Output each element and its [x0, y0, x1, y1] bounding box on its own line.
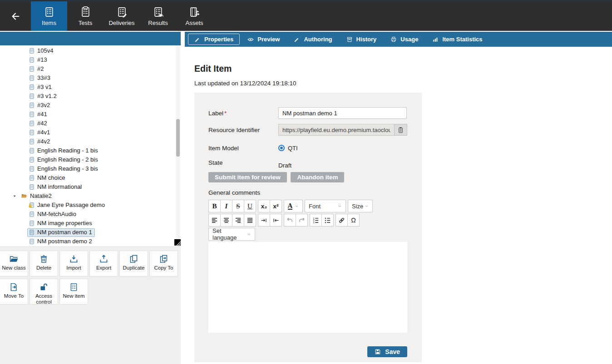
back-button[interactable] — [0, 1, 31, 31]
tree-scrollbar-thumb[interactable] — [176, 119, 180, 157]
tree-node-english-reading-3-bis[interactable]: English Reading - 3 bis — [0, 164, 181, 173]
editor-toolbar-group: Ω — [336, 214, 360, 226]
resource-identifier-label: Resource Identifier — [208, 127, 278, 133]
outdent-icon[interactable] — [270, 214, 282, 226]
tree-node-nm-choice[interactable]: NM choice — [0, 173, 181, 182]
resource-identifier-input — [278, 124, 394, 136]
tree-node-nm-informational[interactable]: NM informational — [0, 182, 181, 192]
tree-node-content: #3 v1 — [27, 83, 54, 92]
chevron-down-icon — [365, 204, 369, 208]
main-content: Edit Item Last updated on 13/12/2024 19:… — [185, 47, 612, 364]
tree-node-label: NM informational — [37, 182, 82, 192]
access-control-button[interactable]: Access control — [30, 279, 58, 305]
export-button[interactable]: Export — [89, 251, 118, 276]
dropdown-label: Set language — [212, 227, 247, 241]
abandon-item-button[interactable]: Abandon item — [291, 172, 344, 182]
undo-icon[interactable] — [284, 214, 296, 226]
glyph: B — [212, 202, 217, 210]
tab-properties[interactable]: Properties — [188, 34, 240, 45]
tree-node-jane-eyre-passage-demo[interactable]: Jane Eyre Passage demo — [0, 201, 181, 210]
tab-preview[interactable]: Preview — [241, 34, 286, 45]
tree-node-english-reading-2-bis[interactable]: English Reading - 2 bis — [0, 155, 181, 164]
tree-node-105v4[interactable]: 105v4 — [0, 46, 181, 55]
tree-folder-natalie2[interactable]: Natalie2 — [0, 192, 181, 201]
tree-node-33-3[interactable]: 33#3 — [0, 74, 181, 83]
pencil-icon — [194, 36, 201, 43]
indent-icon[interactable] — [258, 214, 270, 226]
top-tab-items[interactable]: Items — [31, 1, 67, 31]
tab-label: Preview — [257, 36, 280, 43]
underline-icon[interactable]: U — [244, 200, 256, 212]
strikethrough-icon[interactable]: S — [232, 200, 244, 212]
item-icon — [29, 66, 35, 72]
new-item-button[interactable]: New item — [59, 279, 88, 305]
qti-radio[interactable] — [278, 145, 285, 151]
tree-resize-handle[interactable] — [174, 239, 181, 246]
top-tab-assets[interactable]: Assets — [176, 1, 212, 31]
tree-node-content: NM choice — [27, 174, 68, 182]
glyph: U — [247, 202, 252, 210]
align-center-icon[interactable] — [220, 214, 232, 226]
tree-node-nm-postman-demo-2[interactable]: NM postman demo 2 — [0, 237, 181, 246]
superscript-icon[interactable]: x² — [270, 200, 282, 212]
tab-usage[interactable]: Usage — [384, 34, 424, 45]
item-icon — [29, 84, 35, 90]
import-icon — [69, 254, 79, 264]
tree-node-4v2[interactable]: #4v2 — [0, 137, 181, 146]
copy-to-button[interactable]: Copy To — [149, 251, 178, 276]
editor-toolbar-row: BISUx₂x²AFontSize — [208, 200, 407, 212]
font-dropdown[interactable]: Font — [305, 200, 346, 212]
tree-node-label: #4v1 — [37, 128, 50, 137]
submit-item-for-review-button[interactable]: Submit item for review — [208, 172, 287, 182]
top-tab-tests[interactable]: Tests — [67, 1, 104, 31]
item-icon — [29, 138, 35, 145]
edit-item-form: Label* Resource Identifier Item Model QT… — [194, 93, 422, 362]
bold-icon[interactable]: B — [208, 200, 221, 212]
subscript-icon[interactable]: x₂ — [258, 200, 270, 212]
special-char-icon[interactable]: Ω — [347, 214, 360, 226]
label-input[interactable] — [278, 107, 407, 119]
tree-node-4v1[interactable]: #4v1 — [0, 128, 181, 137]
tree-node-2[interactable]: #2 — [0, 64, 181, 74]
move-to-button[interactable]: Move To — [0, 279, 28, 305]
item-icon — [29, 184, 35, 190]
tree-node-nm-image-properties[interactable]: NM image properties — [0, 219, 181, 228]
align-left-icon[interactable] — [208, 214, 221, 226]
align-justify-icon[interactable] — [244, 214, 256, 226]
tree-node-3-v1-2[interactable]: #3 v1.2 — [0, 92, 181, 101]
redo-icon[interactable] — [296, 214, 308, 226]
save-button[interactable]: Save — [367, 346, 407, 357]
item-icon — [29, 220, 35, 226]
italic-icon[interactable]: I — [220, 200, 232, 212]
top-tab-deliveries[interactable]: Deliveries — [104, 1, 140, 31]
tree-node-13[interactable]: #13 — [0, 55, 181, 64]
tree-node-42[interactable]: #42 — [0, 119, 181, 128]
tree-node-3v2[interactable]: #3v2 — [0, 101, 181, 110]
tab-authoring[interactable]: Authoring — [287, 34, 338, 45]
tab-history[interactable]: History — [340, 34, 383, 45]
delete-button[interactable]: Delete — [30, 251, 58, 276]
tree-node-3-v1[interactable]: #3 v1 — [0, 83, 181, 92]
link-icon[interactable] — [336, 214, 348, 226]
top-tab-label: Deliveries — [109, 20, 134, 26]
duplicate-button[interactable]: Duplicate — [119, 251, 148, 276]
tree-node-nm-fetchaudio[interactable]: NM-fetchAudio — [0, 210, 181, 219]
tree-scrollbar[interactable] — [176, 45, 180, 245]
tab-item-statistics[interactable]: Item Statistics — [426, 34, 489, 45]
import-button[interactable]: Import — [59, 251, 88, 276]
copy-resource-identifier-button[interactable] — [394, 124, 407, 136]
editor-content-area[interactable] — [208, 242, 407, 333]
item-icon — [29, 166, 35, 172]
tree-node-41[interactable]: #41 — [0, 110, 181, 119]
tray-button-label: Move To — [4, 293, 24, 299]
top-tab-results[interactable]: Results — [140, 1, 176, 31]
unordered-list-icon[interactable] — [321, 214, 334, 226]
text-color-icon[interactable]: A — [284, 200, 303, 212]
ordered-list-icon[interactable]: 123 — [310, 214, 322, 226]
tree-node-english-reading-1-bis[interactable]: English Reading - 1 bis — [0, 146, 181, 155]
tree-node-nm-postman-demo-1[interactable]: NM postman demo 1 — [0, 228, 181, 237]
size-dropdown[interactable]: Size — [348, 200, 373, 212]
align-right-icon[interactable] — [232, 214, 244, 226]
new-class-button[interactable]: New class — [0, 251, 28, 276]
language-dropdown[interactable]: Set language — [208, 228, 255, 241]
